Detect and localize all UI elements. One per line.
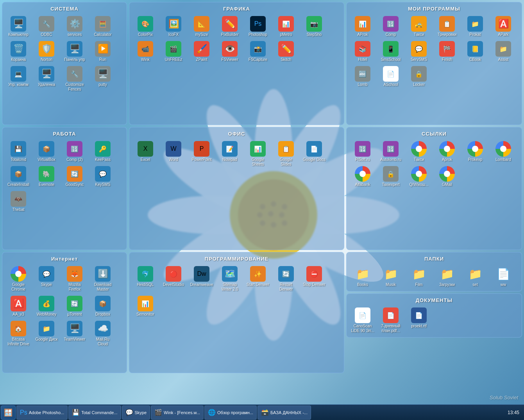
list-item[interactable]: 💬Skype [33,265,60,293]
list-item[interactable]: 🔒Locker [406,65,432,88]
list-item[interactable]: 🗑️Корзина [5,40,32,63]
list-item[interactable]: 🅰️APark [490,15,517,38]
list-item[interactable]: 📁Assist [490,40,517,63]
list-item[interactable]: 📚Hotel [349,40,376,63]
list-item[interactable]: PPowerPoint [188,140,215,168]
list-item[interactable]: 🔧ODBC [33,15,60,38]
list-item[interactable]: 🔄Restart Denwer [273,265,299,293]
list-item[interactable]: 📋Google Slides [273,140,299,168]
list-item[interactable]: 🚕Такси [406,15,432,38]
list-item[interactable]: 📁set [462,265,488,288]
list-item[interactable]: 📦Dropbox [89,295,116,318]
list-item[interactable]: ▶️Run [89,40,116,63]
list-item[interactable]: 💬KeySMS [89,165,116,188]
list-item[interactable]: 🏁Finish [434,40,460,63]
list-item[interactable]: DwDreamweave [188,265,215,293]
list-item[interactable]: 🔢Comp (2) [61,140,88,163]
list-item[interactable]: 🔢PiSoft.ru [349,140,376,163]
start-button[interactable]: 🪟 [1,406,16,420]
list-item[interactable]: 🔢Autolomb.ru [377,140,404,163]
list-item[interactable]: 📁Musik [377,265,404,288]
taskbar-item[interactable]: 🎬Wink - [Fences.w... [151,406,204,420]
list-item[interactable]: Такси [406,140,432,163]
list-item[interactable]: 📦CreateInstall [5,165,32,188]
list-item[interactable]: 🛡️Norton [33,40,60,63]
list-item[interactable]: 📋Трнировки [434,15,460,38]
list-item[interactable]: 📷StepSho [301,15,327,38]
list-item[interactable]: 🖥️TeamViewer [61,320,88,348]
list-item[interactable]: 📄CanoScan LiDE 90 Эл... [349,306,376,334]
taskbar-item[interactable]: 💾Total Commande... [68,406,121,420]
list-item[interactable]: 🖥️Удаленка [33,65,60,93]
list-item[interactable]: 🖼️IcoFX [160,15,187,38]
list-item[interactable]: 🖌️ZPaint [188,40,215,63]
list-item[interactable]: 🧮Calculator [89,15,116,38]
list-item[interactable]: 📄ASchool [377,65,404,88]
list-item[interactable]: 📐mySize [188,15,215,38]
taskbar-item[interactable]: 💬Skype [122,406,150,420]
list-item[interactable]: QIWIкош... [406,165,432,188]
list-item[interactable]: 🔒Taxiexpert [377,165,404,188]
list-item[interactable]: ⚙️services [61,15,88,38]
list-item[interactable]: 💬ServSMS [406,40,432,63]
list-item[interactable]: 📄Google Docs [301,140,327,168]
list-item[interactable]: 🔄GoodSync [61,165,88,188]
list-item[interactable]: 🔢Comp [377,15,404,38]
list-item[interactable]: 💰WebMoney [33,295,60,318]
list-item[interactable]: Alfabank [349,165,376,188]
list-item[interactable]: 🖥️Компьютер [5,15,32,38]
list-item[interactable]: 🎨ColorPix [132,15,159,38]
list-item[interactable]: ✨Start Denwer [245,265,271,293]
list-item[interactable]: GMail [434,165,460,188]
list-item[interactable]: 🎬UnFREEz [160,40,187,63]
list-item[interactable]: 📄7-дневный план.pdf... [377,306,404,334]
list-item[interactable]: 👁️FSViewer [216,40,243,63]
list-item[interactable]: Aprok [434,140,460,163]
list-item[interactable]: Prokexp [462,140,488,163]
list-item[interactable]: 📸FSCapture [245,40,271,63]
list-item[interactable]: 🦊Mozilla Firefox [61,265,88,293]
list-item[interactable]: 📁Books [349,265,376,288]
list-item[interactable]: Lombard [490,140,517,163]
list-item[interactable]: PsPhotoshop [245,15,271,38]
list-item[interactable]: ⛔Stop Denwer [301,265,327,293]
list-item[interactable]: 🔄µTorrent [61,295,88,318]
list-item[interactable]: 🔴DevelStudio [160,265,187,293]
list-item[interactable]: ☁️Mail.Ru Cloud [89,320,116,348]
list-item[interactable]: XExcel [132,140,159,168]
list-item[interactable]: 🐘Evernote [33,165,60,188]
list-item[interactable]: 📄proekt.rtf [406,306,432,334]
list-item[interactable]: 📄ww [490,265,517,288]
list-item[interactable]: 💾Totalcmd [5,140,32,163]
list-item[interactable]: 📹Wink [132,40,159,63]
list-item[interactable]: 📦VirtualBox [33,140,60,163]
list-item[interactable]: 🦇Thebat [5,190,32,213]
list-item[interactable]: Google Chrome [5,265,32,293]
list-item[interactable]: 🖥️Панель упр [61,40,88,63]
list-item[interactable]: 🔧Customize Fences [61,65,88,93]
list-item[interactable]: 🔤Lomb [349,65,376,88]
list-item[interactable]: 📒CBook [462,40,488,63]
list-item[interactable]: 📊pMetro [273,15,299,38]
list-item[interactable]: ✏️Skitch [273,40,299,63]
list-item[interactable]: 📊AProk [349,15,376,38]
list-item[interactable]: 📁Prokat [462,15,488,38]
list-item[interactable]: 📊Google Sheets [245,140,271,168]
list-item[interactable]: 📁Google Диск [33,320,60,348]
list-item[interactable]: 📝Notepad [216,140,243,168]
taskbar-item[interactable]: 🌐Обзор програмн... [204,406,257,420]
list-item[interactable]: 🐬HeidiSQL [132,265,159,293]
list-item[interactable]: 🖥️putty [89,65,116,93]
list-item[interactable]: ✏️PixBuilder [216,15,243,38]
list-item[interactable]: 📁Загрузки [434,265,460,288]
list-item[interactable]: 📱SmsSchool [377,40,404,63]
taskbar-item[interactable]: 🗃️БАЗА ДАННЫХ -... [258,406,311,420]
list-item[interactable]: 🅰️AA_v3 [5,295,32,318]
list-item[interactable]: 💻Упр. компм [5,65,32,93]
list-item[interactable]: 🔑KeePass [89,140,116,163]
list-item[interactable]: 📊Semonitor [132,295,159,318]
list-item[interactable]: 🏠Bitcasa Infinite Drive [5,320,32,348]
taskbar-item[interactable]: PsAdobe Photosho... [16,406,68,420]
list-item[interactable]: 🗺️Sitemap Writer 2.0 [216,265,243,293]
list-item[interactable]: WWord [160,140,187,168]
